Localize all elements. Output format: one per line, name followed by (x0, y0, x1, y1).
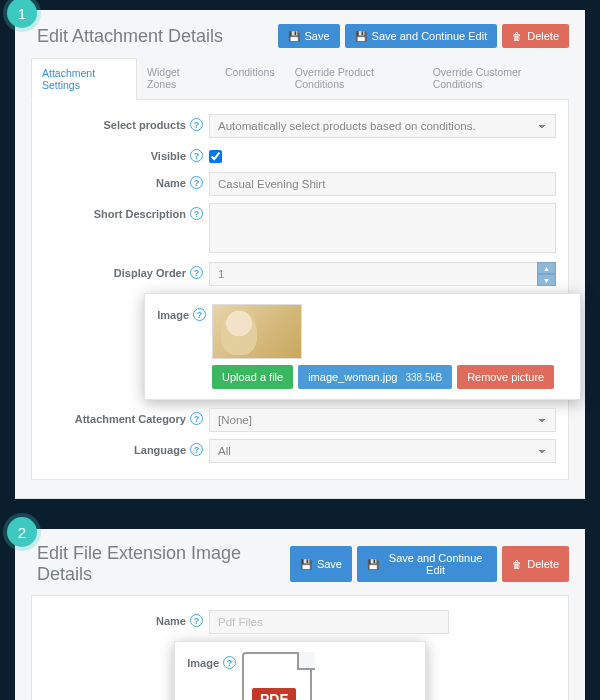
select-products-select[interactable]: Automatically select products based on c… (209, 114, 556, 138)
help-icon[interactable]: ? (190, 266, 203, 279)
tab-override-customer[interactable]: Override Customer Conditions (423, 58, 569, 99)
image-callout: Image? PDF Upload a file Remove picture (174, 641, 426, 700)
help-icon[interactable]: ? (190, 614, 203, 627)
file-chip: image_woman.jpg 338.5kB (298, 365, 452, 389)
tab-override-product[interactable]: Override Product Conditions (285, 58, 423, 99)
name-input[interactable] (209, 172, 556, 196)
visible-label: Visible (151, 150, 186, 162)
help-icon[interactable]: ? (190, 176, 203, 189)
select-products-label: Select products (103, 119, 186, 131)
pdf-thumbnail: PDF (242, 652, 317, 700)
save-button[interactable]: Save (278, 24, 340, 48)
stepper-down-button[interactable]: ▼ (537, 274, 556, 286)
floppy-icon (300, 558, 312, 570)
page-title: Edit File Extension Image Details (37, 543, 290, 585)
save-label: Save (317, 558, 342, 570)
panel-header: Edit File Extension Image Details Save S… (31, 543, 569, 585)
panel-edit-file-extension: 2 Edit File Extension Image Details Save… (15, 529, 585, 700)
tab-widget-zones[interactable]: Widget Zones (137, 58, 215, 99)
file-size: 338.5kB (405, 372, 442, 383)
name-label: Name (156, 177, 186, 189)
form-attachment-settings: Select products? Automatically select pr… (31, 100, 569, 480)
floppy-icon (367, 558, 379, 570)
floppy-icon (355, 30, 367, 42)
save-continue-label: Save and Continue Edit (372, 30, 488, 42)
language-label: Language (134, 444, 186, 456)
help-icon[interactable]: ? (190, 443, 203, 456)
floppy-icon (288, 30, 300, 42)
image-thumbnail (212, 304, 302, 359)
name-input[interactable] (209, 610, 449, 634)
stepper-up-button[interactable]: ▲ (537, 262, 556, 274)
tabs: Attachment Settings Widget Zones Conditi… (31, 58, 569, 100)
category-select[interactable]: [None] (209, 408, 556, 432)
page-title: Edit Attachment Details (37, 26, 223, 47)
form-file-extension: Name? Image? PDF Upload a file Remove pi… (31, 595, 569, 700)
delete-label: Delete (527, 558, 559, 570)
short-desc-textarea[interactable] (209, 203, 556, 253)
image-callout: Image? Upload a file image_woman.jpg 338… (144, 293, 581, 400)
display-order-label: Display Order (114, 267, 186, 279)
image-label: Image (187, 657, 219, 669)
delete-label: Delete (527, 30, 559, 42)
trash-icon (512, 558, 522, 570)
delete-button[interactable]: Delete (502, 24, 569, 48)
panel-header: Edit Attachment Details Save Save and Co… (31, 24, 569, 48)
short-desc-label: Short Description (94, 208, 186, 220)
tab-conditions[interactable]: Conditions (215, 58, 285, 99)
visible-checkbox[interactable] (209, 150, 222, 163)
step-badge-2: 2 (7, 517, 37, 547)
image-label: Image (157, 309, 189, 321)
help-icon[interactable]: ? (190, 207, 203, 220)
help-icon[interactable]: ? (223, 656, 236, 669)
help-icon[interactable]: ? (190, 149, 203, 162)
save-label: Save (305, 30, 330, 42)
help-icon[interactable]: ? (190, 412, 203, 425)
name-label: Name (156, 615, 186, 627)
file-name: image_woman.jpg (308, 371, 397, 383)
help-icon[interactable]: ? (190, 118, 203, 131)
display-order-input[interactable] (209, 262, 537, 286)
action-buttons: Save Save and Continue Edit Delete (290, 546, 569, 582)
delete-button[interactable]: Delete (502, 546, 569, 582)
trash-icon (512, 30, 522, 42)
upload-file-button[interactable]: Upload a file (212, 365, 293, 389)
pdf-badge: PDF (252, 688, 296, 700)
panel-edit-attachment: 1 Edit Attachment Details Save Save and … (15, 10, 585, 499)
save-button[interactable]: Save (290, 546, 352, 582)
category-label: Attachment Category (75, 413, 186, 425)
action-buttons: Save Save and Continue Edit Delete (278, 24, 569, 48)
save-continue-button[interactable]: Save and Continue Edit (345, 24, 498, 48)
save-continue-button[interactable]: Save and Continue Edit (357, 546, 497, 582)
tab-attachment-settings[interactable]: Attachment Settings (31, 58, 137, 100)
language-select[interactable]: All (209, 439, 556, 463)
save-continue-label: Save and Continue Edit (384, 552, 487, 576)
remove-picture-button[interactable]: Remove picture (457, 365, 554, 389)
help-icon[interactable]: ? (193, 308, 206, 321)
